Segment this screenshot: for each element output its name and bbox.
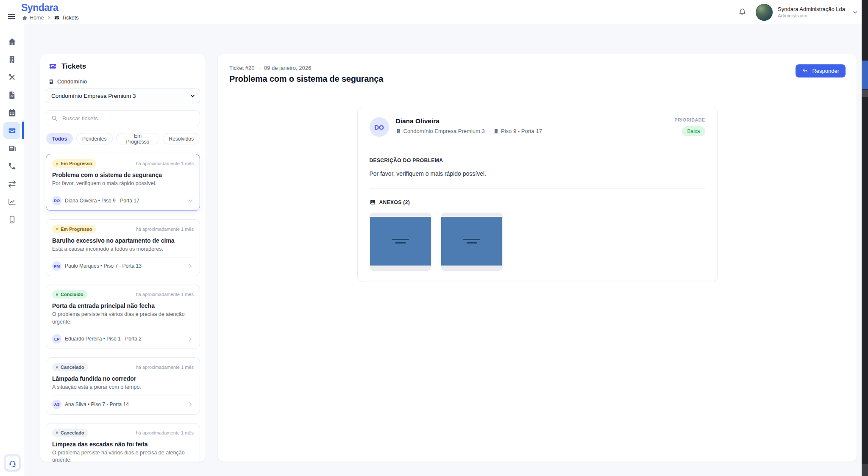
chevron-down-icon[interactable]: [187, 197, 194, 204]
ticket-description: A situação está a piorar com o tempo.: [52, 384, 194, 391]
breadcrumb: Home Tickets: [22, 15, 78, 21]
status-badge: Concluído: [52, 290, 87, 299]
search-input[interactable]: [46, 110, 200, 126]
headset-icon: [8, 459, 17, 467]
ticket-description: O problema persiste há vários dias e pre…: [52, 311, 194, 326]
ticket-detail-card: DO Diana Oliveira Condomínio Empresa Pre…: [357, 107, 718, 282]
app-logo[interactable]: Syndara: [21, 2, 58, 14]
image-icon: [370, 199, 376, 205]
scrollbar-segment: [862, 464, 868, 476]
ticket-time: há aproximadamente 1 mês: [136, 365, 194, 370]
scrollbar-thumb[interactable]: [862, 61, 868, 89]
browser-scrollbar: [862, 0, 868, 476]
ticket-person: Ana Silva • Piso 7 - Porta 14: [65, 401, 129, 407]
sidebar-item-buildings[interactable]: [3, 51, 20, 68]
ticket-icon: [54, 15, 60, 21]
ticket-card[interactable]: Em Progresso há aproximadamente 1 mês Ba…: [46, 219, 200, 277]
breadcrumb-tickets[interactable]: Tickets: [54, 15, 78, 21]
sidebar-item-calendar[interactable]: [3, 104, 20, 121]
attachment-placeholder-text: [463, 239, 480, 240]
home-icon: [8, 37, 17, 46]
support-button[interactable]: [4, 454, 21, 472]
ticket-date: 09 de janeiro, 2026: [264, 65, 311, 71]
calendar-icon: [8, 108, 17, 117]
attachment-placeholder-text: [467, 242, 477, 244]
reporter-name: Diana Oliveira: [396, 117, 542, 125]
ticket-title: Barulho excessivo no apartamento de cima: [52, 237, 194, 244]
status-badge: Em Progresso: [52, 225, 96, 233]
status-badge: Cancelado: [52, 429, 88, 437]
avatar: AS: [52, 400, 61, 409]
unit-meta: Piso 9 - Porta 17: [493, 128, 542, 134]
menu-icon[interactable]: [7, 12, 16, 21]
chevron-down-icon: [852, 9, 859, 16]
ticket-card[interactable]: Cancelado há aproximadamente 1 mês Lâmpa…: [46, 357, 200, 415]
sidebar-item-home[interactable]: [3, 33, 20, 50]
ticket-ref: Ticket #20: [229, 65, 255, 71]
filter-resolvidos[interactable]: Resolvidos: [163, 133, 200, 144]
sidebar-item-transfers[interactable]: [3, 175, 20, 192]
attachment-placeholder-text: [392, 239, 409, 240]
ticket-meta: Ticket #20 · 09 de janeiro, 2026: [229, 65, 845, 71]
avatar: DO: [370, 117, 389, 137]
scrollbar-segment: [862, 90, 868, 97]
attachment-placeholder-text: [395, 242, 406, 244]
door-icon: [493, 128, 499, 134]
sidebar-item-calls[interactable]: [3, 158, 20, 174]
ticket-description: Por favor, verifiquem o mais rápido poss…: [52, 180, 194, 188]
attachment-thumbnail[interactable]: [370, 213, 431, 271]
sidebar-item-mobile[interactable]: [3, 211, 20, 228]
ticket-person: Diana Oliveira • Piso 9 - Porta 17: [65, 198, 139, 204]
status-badge: Cancelado: [52, 363, 88, 371]
ticket-person: Eduardo Pereira • Piso 1 - Porta 2: [65, 336, 142, 342]
ticket-time: há aproximadamente 1 mês: [136, 161, 194, 166]
chevron-right-icon[interactable]: [187, 263, 194, 269]
attachment-image: [370, 217, 431, 266]
ticket-title: Problema com o sistema de segurança: [52, 172, 194, 178]
transfer-arrows-icon: [8, 180, 17, 188]
sidebar-item-maintenance[interactable]: [3, 69, 20, 86]
active-nav-indicator: [22, 122, 24, 139]
sidebar-item-news[interactable]: [3, 140, 20, 157]
chevron-right-icon[interactable]: [187, 401, 194, 407]
ticket-card[interactable]: Cancelado há aproximadamente 1 mês Limpe…: [46, 423, 200, 462]
attachments-heading: ANEXOS (2): [370, 199, 705, 205]
reply-button[interactable]: Responder: [796, 64, 846, 77]
sidebar-item-reports[interactable]: [3, 86, 20, 103]
document-report-icon: [8, 91, 17, 100]
description-text: Por favor, verifiquem o mais rápido poss…: [370, 169, 705, 178]
ticket-time: há aproximadamente 1 mês: [136, 227, 194, 232]
filter-todos[interactable]: Todos: [46, 133, 73, 144]
condominio-meta: Condomínio Empresa Premium 3: [396, 128, 485, 134]
chart-line-icon: [8, 197, 17, 206]
condominio-select[interactable]: Condomínio Empresa Premium 3: [46, 89, 200, 103]
user-menu[interactable]: Syndara Administração Lda Administrador: [756, 4, 859, 21]
building-icon: [8, 55, 17, 64]
ticket-description: O problema persiste há vários dias e pre…: [52, 449, 194, 462]
reply-icon: [802, 68, 808, 74]
search-icon: [51, 115, 58, 122]
newspaper-icon: [8, 144, 17, 153]
filter-em-progresso[interactable]: Em Progresso: [116, 133, 160, 144]
attachment-image: [441, 217, 502, 266]
filter-pendentes[interactable]: Pendentes: [76, 133, 112, 144]
priority-label: PRIORIDADE: [675, 117, 705, 122]
phone-icon: [8, 162, 17, 171]
topbar: Syndara Home Tickets Syndara Administraç…: [0, 0, 868, 24]
chevron-right-icon[interactable]: [187, 336, 194, 342]
building-icon: [396, 128, 401, 134]
page-title: Problema com o sistema de segurança: [229, 74, 845, 84]
condominio-label: Condomínio: [48, 78, 198, 85]
ticket-card[interactable]: Concluído há aproximadamente 1 mês Porta…: [46, 285, 200, 349]
attachment-thumbnail[interactable]: [441, 213, 503, 271]
sidebar-item-analytics[interactable]: [3, 193, 20, 210]
breadcrumb-home-label: Home: [30, 15, 44, 21]
ticket-icon: [8, 126, 17, 135]
bell-icon[interactable]: [738, 8, 746, 16]
ticket-time: há aproximadamente 1 mês: [136, 292, 194, 297]
ticket-card[interactable]: Em Progresso há aproximadamente 1 mês Pr…: [46, 154, 200, 211]
sidebar-item-tickets[interactable]: [3, 122, 20, 139]
avatar: EP: [52, 334, 61, 343]
status-badge: Em Progresso: [52, 159, 96, 168]
breadcrumb-home[interactable]: Home: [22, 15, 44, 21]
